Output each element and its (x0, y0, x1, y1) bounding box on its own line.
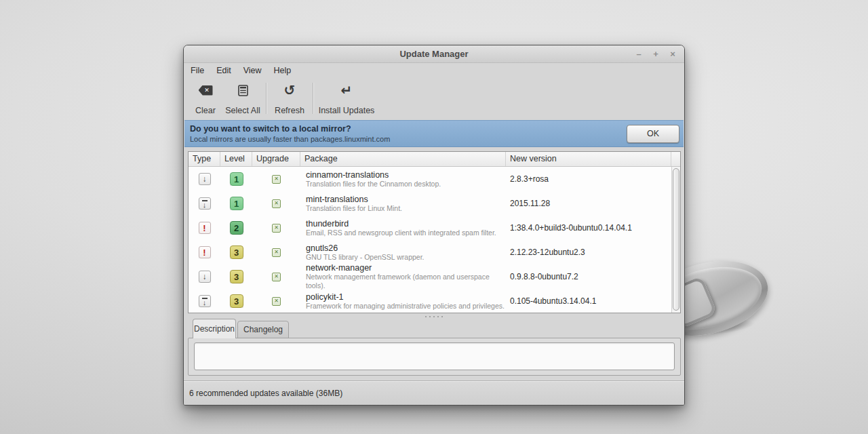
new-version: 0.105-4ubuntu3.14.04.1 (506, 296, 671, 306)
upgrade-checkbox-icon[interactable] (272, 297, 281, 306)
window-title: Update Manager (184, 45, 684, 63)
maximize-button[interactable]: + (651, 50, 660, 59)
toolbar-separator (313, 83, 313, 114)
statusbar: 6 recommended updates available (36MB) (184, 380, 684, 405)
column-header-package[interactable]: Package (300, 152, 506, 166)
tab-description[interactable]: Description (193, 319, 236, 338)
package-description: Email, RSS and newsgroup client with int… (306, 229, 506, 237)
clear-button[interactable]: ✕ Clear (189, 80, 222, 117)
menubar: File Edit View Help (184, 64, 292, 77)
new-version: 0.9.8.8-0ubuntu7.2 (506, 272, 671, 281)
column-header-new-version[interactable]: New version (506, 152, 671, 166)
table-row[interactable]: 3 gnutls26 GNU TLS library - OpenSSL wra… (189, 240, 671, 264)
download-tray-icon (199, 295, 211, 307)
menu-help[interactable]: Help (273, 66, 293, 75)
upgrade-checkbox-icon[interactable] (272, 199, 281, 208)
upgrade-checkbox-icon[interactable] (272, 224, 281, 233)
package-name: policykit-1 (306, 292, 506, 302)
description-textarea[interactable] (194, 342, 675, 370)
column-header-upgrade[interactable]: Upgrade (252, 152, 300, 166)
refresh-button[interactable]: ↺ Refresh (269, 80, 311, 117)
download-tray-icon (199, 197, 211, 210)
clear-backspace-icon: ✕ (199, 85, 213, 96)
ok-button[interactable]: OK (627, 125, 679, 143)
infobar-title: Do you want to switch to a local mirror? (190, 124, 627, 134)
clear-label: Clear (195, 106, 216, 115)
level-badge: 1 (230, 197, 243, 210)
package-description: Translation files for Linux Mint. (306, 204, 506, 213)
select-all-label: Select All (225, 106, 260, 115)
refresh-icon: ↺ (284, 82, 296, 98)
package-name: mint-translations (306, 195, 506, 204)
level-badge: 3 (230, 270, 243, 283)
refresh-label: Refresh (275, 106, 304, 115)
new-version: 2.12.23-12ubuntu2.3 (506, 248, 671, 257)
level-badge: 3 (230, 294, 243, 308)
table-body: 1 cinnamon-translations Translation file… (189, 167, 671, 313)
vertical-scrollbar[interactable] (671, 167, 680, 313)
install-updates-label: Install Updates (319, 106, 375, 115)
new-version: 2015.11.28 (506, 199, 671, 208)
description-panel (188, 338, 681, 376)
desktop-background: Update Manager – + × File Edit View Help… (0, 0, 868, 434)
close-button[interactable]: × (668, 50, 677, 59)
toolbar-separator (266, 83, 267, 114)
table-row[interactable]: 3 policykit-1 Framework for managing adm… (189, 289, 671, 313)
new-version: 2.8.3+rosa (506, 174, 671, 184)
column-header-level[interactable]: Level (220, 152, 252, 166)
package-description: Network management framework (daemon and… (306, 273, 506, 290)
download-icon (199, 271, 211, 283)
package-description: Translation files for the Cinnamon deskt… (306, 180, 506, 189)
warning-icon (199, 222, 211, 234)
window-controls: – + × (634, 45, 677, 63)
column-header-type[interactable]: Type (189, 152, 220, 166)
download-icon (199, 173, 211, 185)
upgrade-checkbox-icon[interactable] (272, 273, 281, 281)
warning-icon (199, 246, 211, 258)
mirror-infobar: Do you want to switch to a local mirror?… (184, 120, 684, 147)
toolbar: ✕ Clear Select All ↺ Refresh (184, 77, 684, 119)
table-header: Type Level Upgrade Package New version (189, 152, 680, 167)
table-row[interactable]: 3 network-manager Network management fra… (189, 264, 671, 289)
upgrade-checkbox-icon[interactable] (272, 248, 281, 257)
status-text: 6 recommended updates available (36MB) (189, 389, 342, 398)
package-description: Framework for managing administrative po… (306, 302, 506, 311)
level-badge: 1 (230, 172, 243, 186)
menu-view[interactable]: View (242, 66, 263, 75)
install-updates-icon: ↵ (341, 82, 353, 98)
pane-resize-grip[interactable] (184, 314, 684, 319)
package-name: thunderbird (306, 219, 506, 229)
select-all-list-icon (237, 82, 250, 98)
table-row[interactable]: 1 cinnamon-translations Translation file… (189, 167, 671, 191)
package-description: GNU TLS library - OpenSSL wrapper. (306, 253, 506, 262)
package-name: gnutls26 (306, 243, 506, 253)
menu-file[interactable]: File (189, 66, 205, 75)
tab-changelog[interactable]: Changelog (237, 321, 289, 338)
new-version: 1:38.4.0+build3-0ubuntu0.14.04.1 (506, 223, 671, 233)
infobar-subtitle: Local mirrors are usually faster than pa… (190, 135, 627, 143)
level-badge: 3 (230, 245, 243, 259)
table-row[interactable]: 2 thunderbird Email, RSS and newsgroup c… (189, 216, 671, 240)
update-manager-window: Update Manager – + × File Edit View Help… (183, 45, 685, 406)
updates-table: Type Level Upgrade Package New version 1… (188, 151, 681, 313)
menu-edit[interactable]: Edit (215, 66, 233, 75)
table-row[interactable]: 1 mint-translations Translation files fo… (189, 191, 671, 216)
select-all-button[interactable]: Select All (222, 80, 264, 117)
install-updates-button[interactable]: ↵ Install Updates (315, 80, 378, 117)
scrollbar-thumb[interactable] (673, 168, 679, 311)
package-name: cinnamon-translations (306, 170, 506, 180)
level-badge: 2 (230, 221, 243, 235)
minimize-button[interactable]: – (634, 50, 644, 59)
upgrade-checkbox-icon[interactable] (272, 175, 281, 184)
package-name: network-manager (306, 263, 506, 273)
titlebar[interactable]: Update Manager – + × (184, 45, 684, 63)
